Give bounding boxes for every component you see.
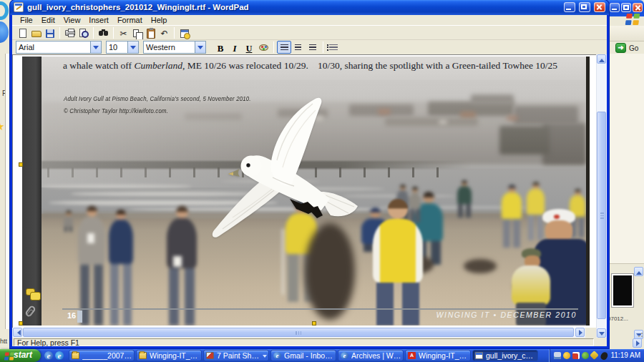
window-body: File Edit View Insert Format Help ✂: [12, 15, 607, 346]
start-button[interactable]: start: [0, 349, 41, 362]
bold-button[interactable]: B: [213, 41, 228, 54]
taskbar-button-gmail[interactable]: e Gmail - Inbox (241...: [270, 350, 336, 361]
maximize-button[interactable]: [579, 2, 590, 12]
tray-network-icon[interactable]: [554, 352, 561, 359]
taskbar-button-winging-folder[interactable]: Winging-IT_BIRDING: [136, 350, 202, 361]
chevron-down-icon[interactable]: [90, 41, 101, 53]
resize-grip[interactable]: [638, 332, 643, 338]
h-scroll-thumb[interactable]: [23, 328, 574, 337]
menu-edit[interactable]: Edit: [37, 16, 59, 24]
print-preview-button[interactable]: [77, 26, 90, 39]
save-button[interactable]: [43, 26, 57, 39]
underline-button[interactable]: U: [242, 41, 256, 54]
image-thumbnail[interactable]: [612, 274, 633, 307]
cut-button[interactable]: ✂: [117, 26, 130, 39]
ie-icon: e: [341, 352, 348, 359]
status-bar: For Help, press F1: [12, 338, 607, 346]
bg-close-button[interactable]: [633, 3, 643, 12]
taskbar-button-pdf[interactable]: A Winging-IT_20101...: [405, 350, 471, 361]
magazine-footer: WINGING IT • DECEMBER 2010: [436, 310, 577, 319]
v-scroll-thumb[interactable]: [597, 112, 606, 319]
new-button[interactable]: [16, 26, 29, 39]
background-window-left-edge: F ★ htt: [0, 0, 10, 349]
bg-minimize-button[interactable]: [610, 3, 620, 12]
align-left-button[interactable]: [277, 41, 291, 54]
tray-lock-icon[interactable]: [563, 352, 570, 359]
photo-caption-line2: © Christopher Taylor http://kiwifoto.com…: [64, 107, 168, 114]
footer-rule: [62, 308, 578, 310]
thumbnail-panel: 07012...: [605, 263, 644, 338]
minimize-button[interactable]: [564, 2, 575, 12]
v-scroll-down-button[interactable]: [597, 328, 606, 338]
bg-maximize-button[interactable]: [621, 3, 631, 12]
chevron-down-icon[interactable]: [127, 41, 138, 53]
ie-icon: e: [273, 352, 281, 359]
document-area[interactable]: a whale watch off Cumberland, ME 10/26 w…: [12, 54, 596, 328]
person-part: [388, 199, 408, 219]
menu-help[interactable]: Help: [147, 16, 172, 24]
horizontal-scrollbar[interactable]: [12, 328, 585, 338]
paste-button[interactable]: [144, 26, 157, 39]
find-button[interactable]: [97, 26, 110, 39]
bullets-button[interactable]: [326, 41, 341, 54]
open-button[interactable]: [29, 26, 43, 39]
datetime-button[interactable]: [177, 26, 191, 39]
taskbar-button-folder-200701[interactable]: ______200701 th...: [69, 350, 135, 361]
tray-clock[interactable]: 11:19 AM: [610, 351, 640, 359]
start-label: start: [14, 349, 32, 361]
tray-mouse-icon[interactable]: [600, 351, 609, 361]
h-scroll-right-button[interactable]: [575, 328, 585, 337]
status-text: For Help, press F1: [14, 338, 594, 346]
vertical-scrollbar[interactable]: [596, 54, 607, 338]
menu-file[interactable]: File: [16, 16, 37, 24]
align-right-button[interactable]: [306, 41, 320, 54]
quick-launch-ie-icon[interactable]: e: [55, 351, 64, 360]
tray-antivirus-icon[interactable]: [572, 352, 580, 359]
go-button-label: Go: [629, 44, 638, 52]
copy-button[interactable]: [130, 26, 144, 39]
close-button[interactable]: [594, 2, 605, 12]
tray-update-icon[interactable]: [582, 352, 589, 359]
background-panel-strip: [5, 54, 10, 329]
wordpad-window: gull_ivory_christophers_201012_WingingIt…: [10, 0, 609, 348]
print-button[interactable]: [63, 26, 77, 39]
font-size-select[interactable]: 10: [106, 41, 139, 54]
wordpad-document-icon: [14, 2, 24, 12]
panel-scroll-up-button[interactable]: [634, 267, 643, 276]
align-center-button[interactable]: [291, 41, 306, 54]
quick-launch-ie-icon[interactable]: e: [44, 351, 53, 360]
v-scroll-up-button[interactable]: [597, 54, 606, 64]
taskbar-button-paintshop[interactable]: 7 Paint Shop Pro 6: [203, 350, 269, 361]
page-number: 16: [67, 311, 76, 320]
menu-format[interactable]: Format: [113, 16, 147, 24]
person-part: [512, 265, 550, 305]
image-selection-handle[interactable]: [312, 321, 316, 326]
menu-view[interactable]: View: [59, 16, 85, 24]
wordpad-icon: [475, 352, 483, 359]
charset-select[interactable]: Western: [143, 41, 206, 54]
tray-utility-icon[interactable]: [590, 351, 599, 360]
title-bar[interactable]: gull_ivory_christophers_201012_WingingIt…: [10, 0, 609, 15]
reader-sidebar-strip: [22, 57, 42, 326]
toolbar-separator: [273, 41, 274, 53]
taskbar-button-wordpad-active[interactable]: gull_ivory_christo...: [472, 350, 538, 361]
font-family-select[interactable]: Arial: [16, 41, 102, 54]
undo-button[interactable]: ↶: [157, 26, 171, 39]
toolbar-separator: [93, 27, 94, 39]
h-scroll-left-button[interactable]: [13, 328, 22, 337]
background-content: [605, 54, 644, 263]
desktop: F ★ htt ➜ Go 07012... gull_ivory_christo…: [0, 0, 644, 362]
image-selection-handle[interactable]: [19, 162, 23, 167]
go-button[interactable]: ➜: [615, 43, 626, 53]
image-selection-handle[interactable]: [19, 321, 23, 326]
article-column-2: 10/30, sharing the spotlight with a Gree…: [318, 60, 557, 72]
menu-insert[interactable]: Insert: [84, 16, 113, 24]
bg-scroll-right-button[interactable]: [633, 338, 642, 348]
magazine-page-image[interactable]: a whale watch off Cumberland, ME 10/26 w…: [42, 57, 590, 326]
ie-logo-icon: [0, 1, 9, 20]
toolbar-separator: [174, 27, 175, 39]
text-color-button[interactable]: [256, 41, 270, 54]
italic-button[interactable]: I: [228, 41, 242, 54]
chevron-down-icon[interactable]: [195, 41, 205, 53]
taskbar-button-archives[interactable]: e Archives | Winging...: [338, 350, 404, 361]
